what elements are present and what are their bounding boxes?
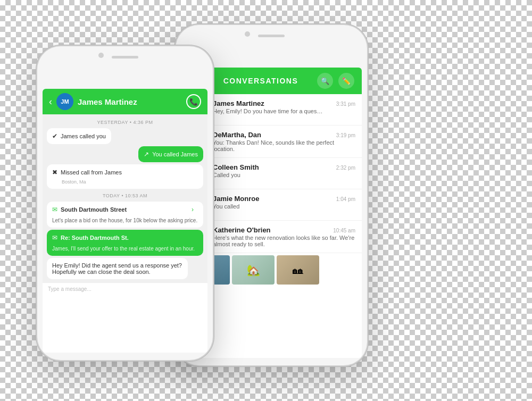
conv-time-dd: 3:19 pm — [336, 132, 355, 138]
missed-call-bubble: ✖ Missed call from James Boston, Ma — [47, 164, 203, 189]
conv-preview-cs: Called you — [213, 172, 355, 178]
message-james-called: ✔ James called you — [43, 128, 207, 144]
property-image-2[interactable] — [232, 255, 275, 285]
chat-input-area[interactable]: Type a message... — [43, 282, 207, 295]
date-label-yesterday: YESTERDAY • 4:36 PM — [43, 120, 207, 125]
call-icon: ✔ — [52, 132, 57, 140]
outgoing-call-icon: ↗ — [144, 151, 149, 158]
conv-preview-ko: Here's what the new renovation looks lik… — [213, 235, 355, 247]
compose-button[interactable]: ✏️ — [338, 73, 354, 89]
text-bubble: Hey Emily! Did the agent send us a respo… — [47, 258, 188, 279]
back-button[interactable]: ‹ — [49, 96, 52, 107]
conv-name-ko: Katherine O'brien — [213, 226, 271, 234]
call-bubble-incoming: ✔ James called you — [47, 128, 111, 144]
conv-time-jm: 3:31 pm — [336, 101, 355, 107]
conv-preview-jm: Hey, Emily! Do you have time for a ques… — [213, 108, 355, 114]
call-text: James called you — [61, 133, 106, 139]
phone-chat: ‹ JM James Martinez 📞 YESTERDAY • 4:36 P… — [37, 46, 213, 360]
conv-content-ko: Katherine O'brien 10:45 am Here's what t… — [213, 226, 355, 247]
reply-email-body: James, I'll send your offer to the real … — [52, 246, 195, 252]
message-email-outgoing: ✉ Re: South Dartmouth St. James, I'll se… — [43, 230, 207, 256]
contact-avatar: JM — [56, 93, 73, 110]
call-button[interactable]: 📞 — [186, 94, 201, 109]
conv-name-row-jm2: Jamie Monroe 1:04 pm — [213, 195, 355, 203]
scene: ‹ JM James Martinez 📞 YESTERDAY • 4:36 P… — [37, 14, 495, 387]
date-label-today: TODAY • 10:53 AM — [43, 193, 207, 198]
conv-name-row-ko: Katherine O'brien 10:45 am — [213, 226, 355, 234]
outgoing-call-text: You called James — [152, 151, 198, 157]
missed-call-title: Missed call from James — [61, 169, 122, 176]
reply-email-icon: ✉ — [52, 234, 57, 241]
chevron-icon: › — [192, 206, 194, 213]
message-you-called: ↗ You called James — [43, 146, 207, 162]
conv-name-jm2: Jamie Monroe — [213, 195, 259, 203]
chat-body: YESTERDAY • 4:36 PM ✔ James called you ↗… — [43, 114, 207, 282]
conv-content-jm: James Martinez 3:31 pm Hey, Emily! Do yo… — [213, 99, 355, 114]
email-body: Let's place a bid on the house, for 10k … — [52, 218, 197, 223]
conv-time-cs: 2:32 pm — [336, 165, 355, 171]
conv-content-jm2: Jamie Monroe 1:04 pm You called — [213, 195, 355, 210]
chat-input-placeholder: Type a message... — [48, 286, 92, 292]
email-bubble-outgoing: ✉ Re: South Dartmouth St. James, I'll se… — [47, 230, 203, 256]
property-image-3[interactable] — [277, 255, 319, 285]
conv-name-cs: Colleen Smith — [213, 163, 259, 171]
email-icon: ✉ — [52, 206, 57, 213]
contact-name: James Martinez — [78, 97, 182, 106]
conv-content-cs: Colleen Smith 2:32 pm Called you — [213, 163, 355, 178]
missed-call-icon: ✖ — [52, 169, 57, 176]
reply-email-title: Re: South Dartmouth St. — [61, 235, 129, 241]
message-text-incoming: Hey Emily! Did the agent send us a respo… — [43, 258, 207, 279]
conv-name-row-cs: Colleen Smith 2:32 pm — [213, 163, 355, 171]
conversations-title: CONVERSATIONS — [210, 77, 312, 85]
message-missed-call: ✖ Missed call from James Boston, Ma — [43, 164, 207, 189]
conv-name-jm: James Martinez — [213, 99, 264, 107]
chat-screen: ‹ JM James Martinez 📞 YESTERDAY • 4:36 P… — [43, 89, 207, 353]
conv-content-dd: DeMartha, Dan 3:19 pm You: Thanks Dan! N… — [213, 131, 355, 152]
conv-time-jm2: 1:04 pm — [336, 196, 355, 202]
conv-name-row-dd: DeMartha, Dan 3:19 pm — [213, 131, 355, 139]
email-bubble-incoming: ✉ South Dartmouth Street › Let's place a… — [47, 202, 203, 228]
missed-call-subtitle: Boston, Ma — [62, 179, 86, 185]
message-email-incoming: ✉ South Dartmouth Street › Let's place a… — [43, 202, 207, 228]
conv-preview-jm2: You called — [213, 203, 355, 210]
chat-header: ‹ JM James Martinez 📞 — [43, 89, 207, 114]
conv-name-row-jm: James Martinez 3:31 pm — [213, 99, 355, 107]
conv-name-dd: DeMartha, Dan — [213, 131, 261, 139]
email-title: South Dartmouth Street — [61, 206, 127, 213]
text-message: Hey Emily! Did the agent send us a respo… — [52, 262, 182, 275]
conv-time-ko: 10:45 am — [333, 228, 355, 233]
call-bubble-outgoing: ↗ You called James — [138, 146, 203, 162]
search-button[interactable]: 🔍 — [317, 73, 333, 89]
conv-preview-dd: You: Thanks Dan! Nice, sounds like the p… — [213, 139, 355, 152]
